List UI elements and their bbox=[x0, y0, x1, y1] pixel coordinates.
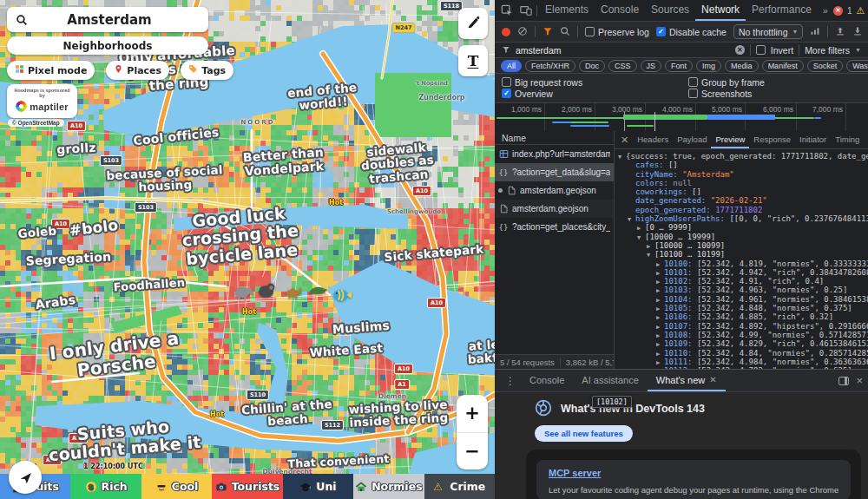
chip-media[interactable]: Media bbox=[725, 60, 759, 72]
preserve-log-toggle[interactable]: Preserve log bbox=[585, 27, 649, 37]
clear-filter-icon[interactable]: ✕ bbox=[735, 45, 745, 55]
record-button[interactable] bbox=[502, 28, 510, 36]
legend-normies[interactable]: Normies bbox=[353, 474, 424, 499]
detail-tab-payload[interactable]: Payload bbox=[673, 131, 711, 148]
close-tab-icon[interactable]: ✕ bbox=[709, 375, 716, 384]
json-line[interactable]: ▶10109: [52.342, 4.829, "rich", 0.461538… bbox=[615, 339, 868, 348]
group-by-frame-checkbox[interactable] bbox=[688, 77, 698, 87]
filter-funnel-icon[interactable] bbox=[542, 26, 553, 38]
drawer-tab-ai-assistance[interactable]: AI assistance bbox=[573, 370, 647, 391]
chip-font[interactable]: Font bbox=[665, 60, 693, 72]
preserve-log-checkbox[interactable] bbox=[585, 27, 595, 36]
chip-fetch-xhr[interactable]: Fetch/XHR bbox=[525, 60, 575, 72]
chip-css[interactable]: CSS bbox=[608, 60, 637, 72]
request-row[interactable]: index.php?url=amsterdam&res… bbox=[495, 145, 614, 163]
tab-sources[interactable]: Sources bbox=[645, 0, 695, 21]
tab-elements[interactable]: Elements bbox=[539, 0, 595, 21]
zoom-out-button[interactable]: − bbox=[457, 433, 488, 470]
locate-button[interactable] bbox=[9, 461, 42, 494]
city-search[interactable]: Amsterdam bbox=[7, 7, 208, 32]
tab-console[interactable]: Console bbox=[595, 0, 645, 21]
legend-cool[interactable]: Cool bbox=[141, 474, 212, 499]
group-by-frame-toggle[interactable]: Group by frame bbox=[681, 77, 868, 88]
json-preview-tree[interactable]: ▼{success: true, epoch_generated: 177171… bbox=[615, 150, 868, 369]
close-detail-icon[interactable]: ✕ bbox=[616, 135, 633, 146]
json-line[interactable]: date_generated: "2026-02-21" bbox=[615, 196, 868, 205]
request-row[interactable]: amsterdam.geojson bbox=[495, 181, 614, 200]
json-line[interactable]: coworkings: [] bbox=[615, 187, 868, 196]
disable-cache-checkbox[interactable]: ✓ bbox=[656, 27, 666, 36]
request-row[interactable]: {}?action=get_places&city_slug=… bbox=[495, 218, 614, 236]
drawer-kebab-menu-icon[interactable]: ⋮ bbox=[500, 375, 521, 387]
neighborhoods-toggle[interactable]: Neighborhoods bbox=[7, 36, 208, 55]
filter-input[interactable]: amsterdam bbox=[516, 45, 562, 56]
mcp-server-link[interactable]: MCP server bbox=[549, 468, 838, 478]
legend-crime[interactable]: ⚠Crime bbox=[424, 474, 495, 499]
chip-all[interactable]: All bbox=[501, 60, 522, 72]
export-har-icon[interactable] bbox=[852, 26, 863, 38]
osm-attribution[interactable]: © OpenStreetMap bbox=[8, 119, 64, 127]
legend-rich[interactable]: $Rich bbox=[70, 474, 141, 499]
json-line[interactable]: ▶10100: [52.342, 4.819, "normies", 0.333… bbox=[615, 259, 868, 268]
request-list-header[interactable]: Name bbox=[495, 131, 614, 145]
dock-panel-icon[interactable] bbox=[838, 377, 849, 385]
json-line[interactable]: ▼[10000 … 19999] bbox=[615, 233, 868, 241]
city-search-value[interactable]: Amsterdam bbox=[28, 12, 191, 28]
text-tool-button[interactable]: T bbox=[458, 45, 488, 76]
json-line[interactable]: ▶10104: [52.342, 4.961, "normies", 0.384… bbox=[615, 295, 868, 304]
chip-js[interactable]: JS bbox=[641, 60, 662, 72]
chip-socket[interactable]: Socket bbox=[807, 60, 844, 72]
detail-tab-response[interactable]: Response bbox=[749, 131, 795, 148]
more-detail-tabs-chevron[interactable]: » bbox=[864, 135, 868, 145]
disable-cache-toggle[interactable]: ✓ Disable cache bbox=[656, 27, 727, 37]
device-toolbar-icon[interactable] bbox=[519, 3, 533, 17]
close-drawer-icon[interactable]: × bbox=[856, 375, 863, 386]
json-line[interactable]: ▶[0 … 9999] bbox=[615, 223, 868, 232]
request-row[interactable]: amsterdam.geojson bbox=[495, 200, 614, 218]
drawer-tab-console[interactable]: Console bbox=[521, 370, 573, 391]
network-conditions-icon[interactable] bbox=[810, 26, 820, 38]
tab-performance[interactable]: Performance bbox=[746, 0, 818, 21]
json-line[interactable]: ▶10103: [52.342, 4.963, "normies", 0.25] bbox=[615, 286, 868, 294]
json-line[interactable]: ▶10101: [52.342, 4.942, "rich", 0.384347… bbox=[615, 268, 868, 277]
legend-uni[interactable]: Uni bbox=[283, 474, 353, 499]
tab-network[interactable]: Network bbox=[695, 0, 746, 21]
request-row[interactable]: {}?action=get_data&slug=amster… bbox=[495, 163, 614, 181]
screenshots-toggle[interactable]: Screenshots bbox=[681, 89, 868, 99]
map-button-places[interactable]: Places bbox=[106, 61, 169, 80]
screenshots-checkbox[interactable] bbox=[688, 89, 698, 98]
import-har-icon[interactable] bbox=[835, 26, 845, 38]
json-line[interactable]: ▶[10000 … 10099] bbox=[615, 241, 868, 250]
json-line[interactable]: cafes: [] bbox=[615, 161, 868, 169]
chip-manifest[interactable]: Manifest bbox=[762, 60, 804, 72]
draw-tool-button[interactable] bbox=[458, 8, 488, 39]
json-line[interactable]: ▶10107: [52.342, 4.892, "hipsters", 0.29… bbox=[615, 322, 868, 331]
map-button-tags[interactable]: Tags bbox=[181, 61, 233, 80]
detail-tab-initiator[interactable]: Initiator bbox=[795, 131, 831, 148]
json-line[interactable]: ▶10108: [52.342, 4.99, "normies", 0.5714… bbox=[615, 331, 868, 339]
network-search-icon[interactable] bbox=[560, 26, 570, 38]
json-line[interactable]: colors: null bbox=[615, 179, 868, 187]
json-line[interactable]: ▶10102: [52.342, 4.91, "rich", 0.4] bbox=[615, 277, 868, 286]
chip-wasm[interactable]: Wasm bbox=[846, 60, 868, 72]
json-line[interactable]: ▼highZoomUsersPaths: [[0, 0, "rich", 0.2… bbox=[615, 214, 868, 223]
json-line[interactable]: cityName: "Amsterdam" bbox=[615, 170, 868, 179]
hoodmaps-map[interactable]: Only affordable places within the ringen… bbox=[0, 0, 495, 499]
json-line[interactable]: ▶10111: [52.342, 4.984, "normies", 0.363… bbox=[615, 358, 868, 366]
detail-tab-headers[interactable]: Headers bbox=[633, 131, 673, 148]
error-count[interactable]: 1 bbox=[847, 6, 852, 16]
error-icon[interactable]: ✕ bbox=[833, 6, 843, 16]
clear-button[interactable] bbox=[517, 26, 528, 38]
map-button-pixel-mode[interactable]: Pixel mode bbox=[7, 61, 95, 80]
more-tabs-chevron[interactable]: » bbox=[819, 5, 832, 16]
big-request-rows-checkbox[interactable] bbox=[502, 77, 511, 87]
more-filters-button[interactable]: More filters bbox=[805, 45, 850, 56]
chip-doc[interactable]: Doc bbox=[579, 60, 605, 72]
chip-img[interactable]: Img bbox=[696, 60, 721, 72]
zoom-in-button[interactable]: + bbox=[457, 395, 488, 433]
json-line[interactable]: ▼{success: true, epoch_generated: 177171… bbox=[615, 152, 868, 161]
inspect-icon[interactable] bbox=[500, 3, 514, 17]
overview-toggle[interactable]: ✓ Overview bbox=[495, 89, 681, 99]
warning-icon[interactable]: ⚠ bbox=[857, 6, 865, 16]
json-line[interactable]: epoch_generated: 1771711802 bbox=[615, 206, 868, 214]
